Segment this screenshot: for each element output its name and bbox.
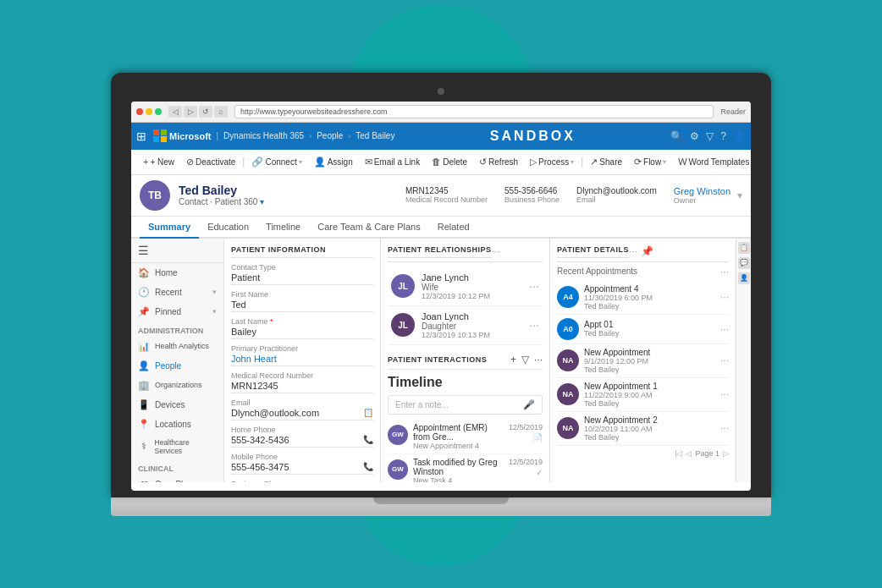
analytics-icon: 📊 [138, 341, 150, 352]
section-clinical: Clinical [131, 459, 223, 475]
appointments-menu[interactable]: ··· [720, 266, 729, 278]
sidebar-item-home[interactable]: 🏠 Home [131, 263, 223, 283]
appt-avatar-3: NA [557, 383, 579, 405]
connect-button[interactable]: 🔗 Connect ▾ [246, 154, 306, 170]
jane-lynch-menu[interactable]: ··· [529, 279, 539, 293]
relationship-jane-lynch: JL Jane Lynch Wife 12/3/2019 10:12 PM ··… [388, 267, 543, 306]
back-button[interactable]: ◁ [168, 106, 182, 118]
search-icon[interactable]: 🔍 [670, 130, 683, 142]
appt-4-menu[interactable]: ··· [720, 422, 729, 434]
refresh-button[interactable]: ↺ Refresh [474, 154, 523, 170]
delete-button[interactable]: 🗑 Delete [427, 154, 472, 169]
maximize-dot[interactable] [155, 108, 162, 115]
filter-icon[interactable]: ▽ [706, 130, 714, 142]
interactions-header: PATIENT INTERACTIONS + ▽ ··· [388, 354, 543, 370]
mobile-call-icon[interactable]: 📞 [363, 462, 373, 471]
appointment-4: NA New Appointment 2 10/2/2019 11:00 AM … [557, 412, 729, 446]
share-button[interactable]: ↗ Share [585, 154, 627, 170]
interactions-controls: + ▽ ··· [510, 354, 543, 365]
practitioner-link[interactable]: John Heart [231, 354, 373, 366]
tab-education[interactable]: Education [199, 217, 257, 239]
user-icon[interactable]: 👤 [733, 130, 746, 142]
phone-call-icon[interactable]: 📞 [363, 435, 373, 444]
sidebar-item-health-analytics[interactable]: 📊 Health Analytics [131, 337, 223, 356]
sidebar-item-care-plans[interactable]: ❤ Care Plans [131, 475, 223, 482]
jane-lynch-avatar: JL [391, 274, 415, 298]
appt-0-menu[interactable]: ··· [720, 291, 729, 303]
relationship-joan-lynch: JL Joan Lynch Daughter 12/3/2019 10:13 P… [388, 306, 543, 345]
sidebar-item-devices[interactable]: 📱 Devices [131, 395, 223, 415]
healthcare-icon: ⚕ [138, 441, 150, 452]
nav-breadcrumb-people[interactable]: People [317, 131, 343, 140]
share-icon: ↗ [590, 157, 598, 168]
nav-app-link[interactable]: Dynamics Health 365 [223, 131, 304, 140]
timeline-menu-icon[interactable]: ··· [534, 354, 543, 365]
sidebar-item-organizations[interactable]: 🏢 Organizations [131, 376, 223, 395]
locations-icon: 📍 [138, 419, 150, 430]
details-pin-icon[interactable]: 📌 [641, 245, 653, 257]
note-placeholder: Enter a note... [395, 400, 449, 409]
record-tabs: Summary Education Timeline Care Team & C… [131, 217, 751, 239]
sidebar-right-icon-1[interactable]: 💬 [738, 257, 750, 269]
relationships-menu[interactable]: ··· [492, 245, 500, 257]
tab-related[interactable]: Related [429, 217, 478, 239]
tab-summary[interactable]: Summary [140, 217, 199, 239]
prev-page-button[interactable]: ◁ [686, 449, 692, 458]
joan-lynch-menu[interactable]: ··· [529, 318, 539, 332]
home-button[interactable]: ⌂ [214, 106, 228, 118]
nav-breadcrumb-record[interactable]: Ted Bailey [356, 131, 394, 140]
sidebar-item-people[interactable]: 👤 People [131, 356, 223, 376]
assign-button[interactable]: 👤 Assign [309, 154, 358, 170]
sidebar-right-icon-2[interactable]: 👤 [738, 272, 750, 284]
task-check-icon: ✓ [536, 468, 543, 477]
appointments-label: Recent Appointments [557, 267, 637, 276]
practitioner-field: Primary Practitioner John Heart [231, 344, 373, 366]
email-copy-icon[interactable]: 📋 [363, 408, 373, 417]
hamburger-button[interactable]: ☰ [131, 239, 223, 263]
d365-topnav: ⊞ Microsoft | Dynamics Health 365 › Peop… [131, 123, 751, 150]
first-page-button[interactable]: |◁ [675, 449, 682, 458]
flow-button[interactable]: ⟳ Flow ▾ [629, 154, 671, 170]
email-link-button[interactable]: ✉ Email a Link [360, 154, 425, 170]
sidebar-right-icon-0[interactable]: 📋 [738, 242, 750, 254]
reload-button[interactable]: ↺ [199, 106, 212, 118]
tab-care-team[interactable]: Care Team & Care Plans [309, 217, 428, 239]
logo-green [161, 129, 167, 135]
process-button[interactable]: ▷ Process ▾ [525, 154, 579, 170]
timeline-label: Timeline [388, 375, 543, 390]
sidebar-item-recent[interactable]: 🕐 Recent ▾ [131, 283, 223, 302]
new-button[interactable]: + + New [138, 154, 179, 169]
note-input[interactable]: Enter a note... 🎤 [388, 395, 543, 415]
sidebar-locations-label: Locations [155, 420, 191, 429]
appointments-header: Recent Appointments ··· [557, 266, 729, 278]
tab-timeline[interactable]: Timeline [257, 217, 309, 239]
appt-1-menu[interactable]: ··· [720, 323, 729, 335]
add-note-icon[interactable]: + [510, 354, 516, 365]
panels-container: PATIENT INFORMATION Contact Type Patient… [224, 239, 751, 482]
help-icon[interactable]: ? [720, 130, 726, 142]
home-phone-field: Home Phone 555-342-5436 📞 [231, 426, 373, 448]
forward-button[interactable]: ▷ [184, 106, 197, 118]
contact-type-field: Contact Type Patient [231, 263, 373, 285]
filter-timeline-icon[interactable]: ▽ [521, 354, 529, 365]
deactivate-button[interactable]: ⊘ Deactivate [181, 154, 240, 170]
sidebar-item-healthcare[interactable]: ⚕ Healthcare Services [131, 434, 223, 459]
topnav-icons: 🔍 ⚙ ▽ ? 👤 [670, 130, 746, 142]
sidebar-health-analytics-label: Health Analytics [155, 342, 209, 350]
settings-icon[interactable]: ⚙ [690, 130, 699, 142]
sidebar-item-pinned[interactable]: 📌 Pinned ▾ [131, 302, 223, 321]
next-page-button[interactable]: ▷ [723, 449, 729, 458]
close-dot[interactable] [136, 108, 143, 115]
sidebar-item-locations[interactable]: 📍 Locations [131, 415, 223, 434]
chevron-down-icon: ▾ [212, 288, 217, 296]
appt-3-menu[interactable]: ··· [720, 388, 729, 400]
reader-button[interactable]: Reader [720, 107, 746, 116]
microphone-icon[interactable]: 🎤 [523, 399, 535, 410]
appt-2-menu[interactable]: ··· [720, 354, 729, 366]
waffle-icon[interactable]: ⊞ [136, 129, 146, 143]
minimize-dot[interactable] [146, 108, 152, 115]
word-templates-button[interactable]: W Word Templates [673, 154, 751, 169]
organizations-icon: 🏢 [138, 380, 150, 391]
details-menu[interactable]: ··· [629, 245, 637, 257]
address-bar[interactable]: http://www.typeyourwebsiteadresshere.com [234, 105, 714, 118]
